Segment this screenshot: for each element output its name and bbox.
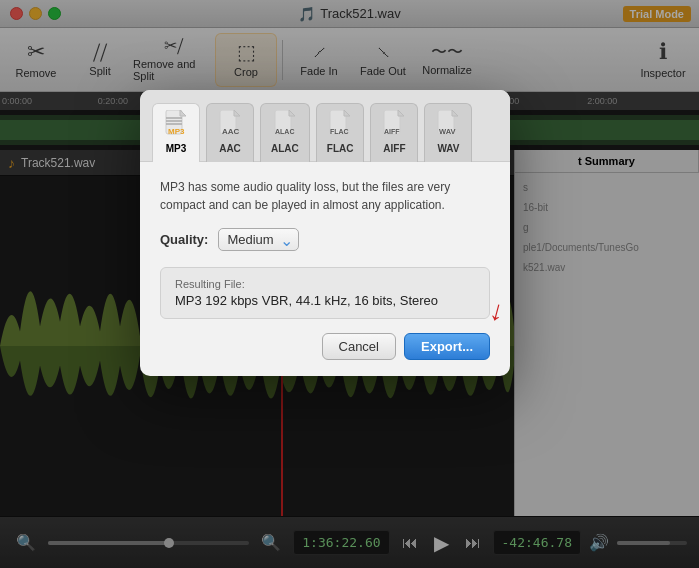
svg-text:ALAC: ALAC [275, 128, 294, 135]
svg-marker-16 [289, 110, 295, 116]
flac-icon: FLAC [328, 110, 352, 141]
wav-label: WAV [437, 143, 459, 154]
aiff-label: AIFF [383, 143, 405, 154]
flac-label: FLAC [327, 143, 354, 154]
svg-text:AIFF: AIFF [384, 128, 400, 135]
format-alac-tab[interactable]: ALAC ALAC [260, 103, 310, 162]
format-mp3-tab[interactable]: MP3 MP3 [152, 103, 200, 162]
mp3-label: MP3 [166, 143, 187, 154]
modal-body: MP3 has some audio quality loss, but the… [140, 162, 510, 376]
svg-text:WAV: WAV [439, 127, 456, 136]
modal-buttons: Cancel ↓ Export... [160, 333, 490, 360]
arrow-indicator: ↓ Export... [404, 333, 490, 360]
aac-icon: AAC [218, 110, 242, 141]
export-button[interactable]: Export... [404, 333, 490, 360]
mp3-icon: MP3 [164, 110, 188, 141]
quality-select[interactable]: Low Medium High Highest [218, 228, 299, 251]
result-box: Resulting File: MP3 192 kbps VBR, 44.1 k… [160, 267, 490, 319]
svg-marker-25 [452, 110, 458, 116]
format-tabs: MP3 MP3 AAC AAC [140, 90, 510, 162]
format-flac-tab[interactable]: FLAC FLAC [316, 103, 365, 162]
format-wav-tab[interactable]: WAV WAV [424, 103, 472, 162]
cancel-button[interactable]: Cancel [322, 333, 396, 360]
format-aac-tab[interactable]: AAC AAC [206, 103, 254, 162]
alac-icon: ALAC [273, 110, 297, 141]
wav-icon: WAV [436, 110, 460, 141]
aac-label: AAC [219, 143, 241, 154]
svg-text:MP3: MP3 [168, 127, 185, 136]
modal-overlay: MP3 MP3 AAC AAC [0, 0, 699, 568]
format-aiff-tab[interactable]: AIFF AIFF [370, 103, 418, 162]
export-modal: MP3 MP3 AAC AAC [140, 90, 510, 376]
svg-marker-19 [344, 110, 350, 116]
result-title: Resulting File: [175, 278, 475, 290]
quality-label: Quality: [160, 232, 208, 247]
quality-row: Quality: Low Medium High Highest ⌄ [160, 228, 490, 251]
svg-marker-13 [234, 110, 240, 116]
quality-select-wrapper: Low Medium High Highest ⌄ [218, 228, 299, 251]
svg-text:AAC: AAC [222, 127, 240, 136]
svg-marker-7 [180, 110, 186, 116]
svg-marker-22 [398, 110, 404, 116]
alac-label: ALAC [271, 143, 299, 154]
modal-description: MP3 has some audio quality loss, but the… [160, 178, 490, 214]
aiff-icon: AIFF [382, 110, 406, 141]
svg-text:FLAC: FLAC [330, 128, 349, 135]
result-value: MP3 192 kbps VBR, 44.1 kHz, 16 bits, Ste… [175, 293, 475, 308]
